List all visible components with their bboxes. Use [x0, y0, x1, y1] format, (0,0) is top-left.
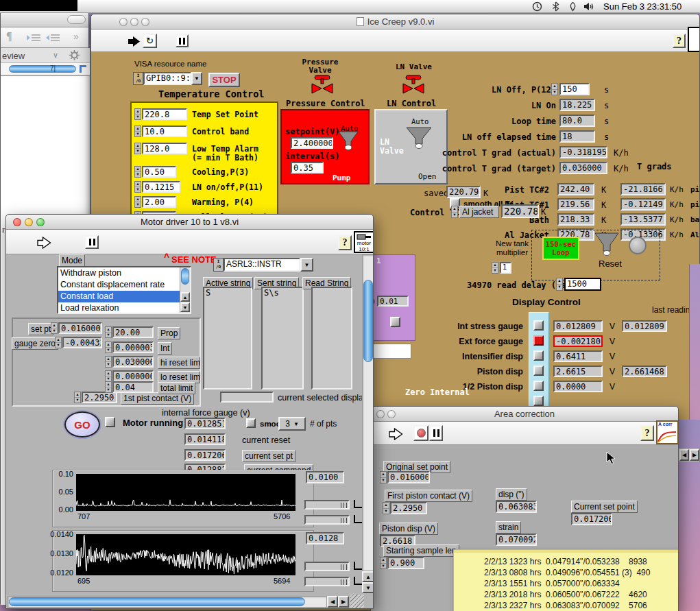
pilcrow-icon[interactable]: ¶: [6, 30, 12, 43]
gauge-checkbox[interactable]: [533, 320, 544, 331]
screen-corner-black: [0, 0, 77, 11]
outdent-icon[interactable]: [27, 33, 42, 43]
abort-icon[interactable]: [413, 425, 429, 441]
resize-grip[interactable]: [350, 595, 364, 608]
side-panel-fragment: 1 ) 0.01: [369, 254, 415, 341]
scroll-thumb[interactable]: [9, 597, 305, 606]
horizontal-scrollbar[interactable]: [8, 596, 327, 608]
slider-grip-icon[interactable]: [341, 579, 347, 585]
wp-tab-row: eview ∨: [1, 48, 90, 63]
note-line: 2/2/13 1323 hrs 0.047914"/0.053238 8938: [484, 557, 647, 566]
gauge-unit: V: [610, 322, 615, 331]
y-axis-tick: 0.00: [47, 505, 73, 514]
blank-indicator-strip: [370, 344, 411, 359]
value-spinner[interactable]: ▲▼: [383, 502, 389, 514]
scroll-down-icon[interactable]: ▼: [362, 582, 374, 593]
chart-plot[interactable]: [76, 534, 295, 575]
scroll-left-icon[interactable]: ◀: [327, 596, 338, 608]
pause-icon[interactable]: [429, 425, 443, 441]
field-label: Current set point: [571, 501, 638, 513]
minimize-button[interactable]: [376, 410, 385, 418]
gauge-checkbox[interactable]: [533, 366, 544, 376]
gauge-field: -0.002180: [553, 335, 603, 347]
gauge-last-field: 2.661468: [622, 366, 667, 377]
area-titlebar[interactable]: Area correction: [371, 407, 678, 422]
wp-ruler: 7|: [1, 63, 90, 75]
minimize-button[interactable]: [67, 15, 86, 24]
area-toolbar: ? A corr: [371, 422, 678, 445]
field-value[interactable]: 0.070092: [496, 534, 537, 546]
scroll-left-icon[interactable]: ◀: [679, 449, 689, 461]
field-value[interactable]: 0.900: [387, 557, 424, 569]
chart-scale-slider[interactable]: [304, 515, 350, 525]
scroll-right-icon[interactable]: ▶: [338, 596, 349, 608]
run-icon[interactable]: [389, 428, 404, 443]
gauge-unit: V: [610, 382, 615, 392]
gauge-last-field: 0.012809: [622, 320, 667, 332]
field-label: Starting sample len: [383, 544, 459, 557]
motor-driver-window: Motor driver 10 to 1 v8.vi ? motor 10:1 …: [5, 214, 374, 609]
field-value[interactable]: 0.063083: [496, 501, 537, 513]
chevron-down-icon[interactable]: ∨: [53, 51, 58, 60]
chart-scale-slider[interactable]: [304, 577, 350, 586]
chart-scale-slider[interactable]: [304, 562, 350, 571]
note-line: 2/3/13 1551 hrs 0.057000"/0.063334: [484, 579, 620, 588]
spotlight-icon[interactable]: [568, 1, 578, 14]
side-panel-checkbox[interactable]: [390, 317, 400, 327]
volume-icon[interactable]: [583, 1, 594, 14]
scroll-right-icon[interactable]: ▶: [690, 449, 699, 461]
gauge-checkbox[interactable]: [533, 335, 544, 346]
field-label: First piston contact (V): [385, 490, 472, 502]
gauge-field: 0.012809: [553, 320, 603, 332]
y-axis-tick: 0.10: [47, 470, 73, 478]
value-spinner[interactable]: ▲▼: [380, 471, 387, 483]
side-panel-top-value: 1: [376, 256, 381, 265]
y-axis-tick: 0.0130: [47, 549, 73, 558]
help-icon[interactable]: ?: [640, 425, 654, 441]
gauge-unit: V: [610, 352, 615, 361]
slider-grip-icon[interactable]: [341, 503, 347, 508]
sticky-note[interactable]: 2/2/13 1323 hrs 0.047914"/0.053238 89382…: [453, 549, 679, 611]
field-value[interactable]: 2.2950: [390, 502, 427, 514]
x-axis-tick-start: 707: [77, 512, 90, 520]
vertical-scrollbar[interactable]: [362, 254, 374, 571]
gauge-unit: V: [610, 367, 615, 376]
menubar: Sun Feb 3 23:31:50: [0, 0, 700, 13]
window-title: Area correction: [494, 409, 555, 419]
strip-charts: 0.100.050.0070757060.01000.01400.01300.0…: [6, 215, 373, 608]
slider-grip-icon[interactable]: [341, 518, 347, 523]
toolbar-overflow-icon[interactable]: »: [73, 31, 79, 42]
field-value[interactable]: 0.016000: [387, 471, 430, 483]
zoom-button[interactable]: [387, 410, 396, 418]
axis-scale-icon[interactable]: [354, 515, 362, 523]
mouse-cursor: [606, 451, 616, 468]
axis-scale-icon[interactable]: [354, 577, 362, 585]
field-value[interactable]: 0.017206: [571, 513, 612, 525]
scroll-thumb[interactable]: [363, 280, 373, 362]
wp-toolbar: ¶ »: [1, 27, 88, 48]
scroll-up-icon[interactable]: ▲: [362, 571, 374, 582]
indent-icon[interactable]: [46, 33, 61, 43]
chart-current-value: 0.0128: [306, 532, 344, 544]
slider-grip-icon[interactable]: [341, 564, 347, 570]
bluetooth-icon[interactable]: [551, 1, 561, 14]
chart-plot[interactable]: [76, 474, 295, 511]
note-line: 2/3/13 2327 hrs 0.063083"/0.070092 5706: [484, 601, 647, 610]
value-spinner[interactable]: ▲▼: [380, 557, 387, 569]
tab-stop-icon[interactable]: [80, 65, 86, 73]
tab-review[interactable]: eview: [2, 51, 25, 61]
ruler-slider[interactable]: [9, 65, 76, 73]
gauge-checkbox[interactable]: [533, 396, 544, 406]
chart-scale-slider[interactable]: [304, 500, 350, 510]
wp-titlebar[interactable]: [1, 11, 88, 27]
time-machine-icon[interactable]: [532, 1, 542, 14]
vi-icon[interactable]: A corr: [656, 420, 679, 444]
desktop-strip: [689, 264, 700, 423]
gear-icon[interactable]: [69, 50, 80, 63]
gauge-checkbox[interactable]: [533, 350, 544, 361]
axis-scale-icon[interactable]: [354, 562, 362, 570]
axis-scale-icon[interactable]: [354, 500, 362, 508]
menubar-clock[interactable]: Sun Feb 3 23:31:50: [603, 1, 681, 12]
gauge-checkbox[interactable]: [533, 381, 544, 391]
gauge-label: Piston disp: [386, 367, 523, 376]
